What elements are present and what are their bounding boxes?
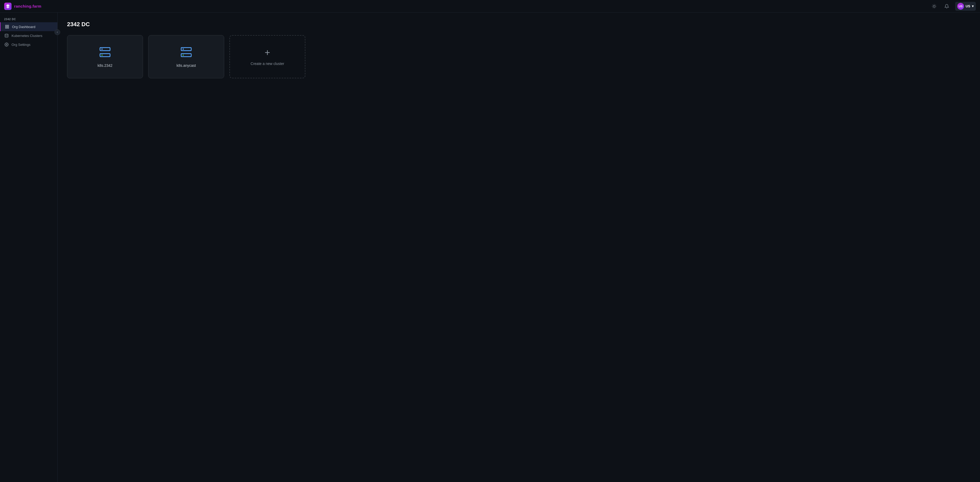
cluster-name-k8s-2342: k8s.2342 — [98, 64, 113, 68]
sidebar-item-kubernetes-clusters[interactable]: Kubernetes Clusters — [0, 31, 57, 40]
brand-name: ranching.farm — [14, 4, 41, 8]
svg-rect-10 — [7, 25, 9, 27]
plus-icon: + — [264, 48, 270, 57]
svg-line-4 — [935, 7, 936, 8]
clusters-grid: k8s.2342 k8s.anycast + Create a new clus — [67, 35, 970, 78]
notifications-button[interactable] — [943, 2, 951, 11]
svg-point-0 — [933, 5, 935, 7]
sidebar-label-org-settings: Org Settings — [11, 43, 30, 47]
header-actions: US US ▾ — [930, 2, 976, 11]
cluster-server-icon-2 — [180, 46, 192, 59]
app-header: ranching.farm US US — [0, 0, 980, 13]
app-body: 2342 DC Org Dashboard Kubernet — [0, 13, 980, 482]
sidebar-item-org-settings[interactable]: Org Settings — [0, 40, 57, 49]
sidebar-label-kubernetes-clusters: Kubernetes Clusters — [11, 34, 43, 38]
cluster-card-k8s-2342[interactable]: k8s.2342 — [67, 35, 143, 78]
svg-line-8 — [935, 5, 936, 5]
cluster-name-k8s-anycast: k8s.anycast — [177, 64, 196, 68]
svg-point-13 — [5, 34, 8, 35]
settings-icon — [4, 42, 9, 47]
svg-line-3 — [932, 5, 933, 5]
svg-rect-11 — [5, 27, 7, 28]
svg-rect-12 — [7, 27, 9, 28]
dashboard-icon — [5, 24, 10, 29]
theme-toggle-button[interactable] — [930, 2, 939, 11]
svg-rect-9 — [5, 25, 7, 27]
clusters-icon — [4, 33, 9, 38]
svg-line-7 — [932, 7, 933, 8]
sidebar-label-org-dashboard: Org Dashboard — [12, 25, 35, 29]
cluster-server-icon — [99, 46, 111, 59]
sidebar-section-label: 2342 DC — [0, 16, 57, 22]
create-cluster-card[interactable]: + Create a new cluster — [229, 35, 305, 78]
sidebar-item-org-dashboard[interactable]: Org Dashboard — [0, 22, 57, 31]
avatar: US — [957, 3, 964, 10]
cluster-card-k8s-anycast[interactable]: k8s.anycast — [148, 35, 224, 78]
user-label: US — [966, 4, 970, 8]
header-brand: ranching.farm — [4, 3, 41, 10]
create-cluster-label: Create a new cluster — [251, 62, 284, 66]
chevron-down-icon: ▾ — [972, 4, 974, 8]
bell-icon — [944, 4, 949, 9]
main-content: 2342 DC k8s.2342 — [57, 13, 980, 482]
user-menu-button[interactable]: US US ▾ — [955, 2, 976, 11]
theme-icon — [932, 4, 937, 9]
logo-icon — [4, 3, 11, 10]
sidebar: 2342 DC Org Dashboard Kubernet — [0, 13, 57, 482]
page-title: 2342 DC — [67, 21, 970, 28]
sidebar-collapse-button[interactable] — [54, 29, 60, 35]
svg-point-14 — [6, 44, 7, 45]
